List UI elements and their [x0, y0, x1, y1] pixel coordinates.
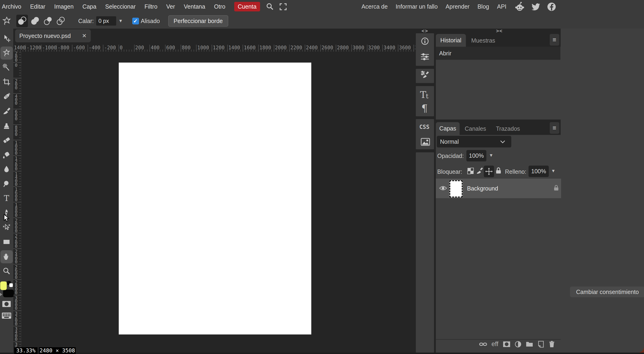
feather-dropdown-arrow[interactable]: ▼: [118, 18, 123, 23]
dodge-tool-icon[interactable]: [2, 180, 10, 188]
clone-stamp-tool-icon[interactable]: [2, 122, 10, 130]
new-group-folder-icon[interactable]: [526, 341, 533, 347]
keyboard-shortcuts-icon[interactable]: [2, 312, 12, 319]
selection-mode-subtract[interactable]: [42, 15, 54, 27]
document-canvas[interactable]: [119, 62, 311, 335]
layer-row[interactable]: Background: [436, 179, 561, 198]
default-colors-icon-white[interactable]: [9, 283, 13, 287]
color-swatches[interactable]: [0, 280, 13, 299]
fullscreen-icon[interactable]: [279, 3, 287, 11]
hand-tool-icon[interactable]: [2, 253, 10, 261]
lock-transparency-icon[interactable]: [467, 167, 474, 174]
info-panel-icon[interactable]: [421, 37, 429, 45]
rectangle-tool-icon[interactable]: [2, 238, 10, 246]
history-panel-menu-icon[interactable]: ≡: [550, 34, 559, 45]
menu-archivo[interactable]: Archivo: [2, 3, 21, 10]
tab-historial[interactable]: Historial: [436, 34, 466, 47]
character-panel-icon[interactable]: Tt: [420, 89, 428, 98]
reddit-icon[interactable]: [514, 1, 525, 12]
menu-ventana[interactable]: Ventana: [184, 3, 205, 10]
eraser-tool-icon[interactable]: [2, 136, 10, 144]
menu-capa[interactable]: Capa: [82, 3, 96, 10]
css-panel-icon[interactable]: CSS: [419, 123, 428, 132]
svg-text:¶: ¶: [422, 103, 428, 113]
collapse-strip-icon[interactable]: <>: [420, 28, 430, 34]
history-entry[interactable]: Abrir: [436, 47, 560, 60]
crop-tool-icon[interactable]: [2, 78, 10, 86]
link-layers-icon[interactable]: [479, 342, 487, 347]
quick-mask-icon[interactable]: [2, 300, 11, 309]
selection-mode-new[interactable]: [16, 15, 28, 27]
menu-imagen[interactable]: Imagen: [54, 3, 74, 10]
lasso-tool-icon[interactable]: [2, 49, 10, 57]
strip-block-5: [416, 152, 434, 353]
path-select-tool-icon[interactable]: [2, 224, 10, 231]
brush-settings-panel-icon[interactable]: [421, 70, 429, 79]
consent-button[interactable]: Cambiar consentimiento: [570, 287, 644, 297]
foreground-color-swatch[interactable]: [0, 282, 7, 290]
tab-trazados[interactable]: Trazados: [496, 125, 520, 132]
adjustments-panel-icon[interactable]: [421, 52, 429, 61]
opacity-dropdown-arrow[interactable]: ▼: [489, 153, 493, 158]
feather-input[interactable]: 0 px: [96, 16, 116, 25]
menu-seleccionar[interactable]: Seleccionar: [105, 3, 136, 10]
menu-acerca-de[interactable]: Acerca de: [362, 3, 388, 10]
paint-bucket-tool-icon[interactable]: [2, 151, 10, 159]
layer-thumbnail[interactable]: [449, 180, 463, 197]
search-icon[interactable]: [266, 2, 274, 11]
menu-filtro[interactable]: Filtro: [144, 3, 158, 10]
menu-blog[interactable]: Blog: [478, 3, 489, 10]
layers-panel-menu-icon[interactable]: ≡: [550, 122, 559, 134]
image-panel-icon[interactable]: [421, 138, 429, 146]
tool-options-bar: Calar: 0 px ▼ ✓ Alisado Perfeccionar bor…: [0, 13, 644, 29]
document-tab-title: Proyecto nuevo.psd: [19, 32, 71, 39]
layer-visibility-eye-icon[interactable]: [439, 185, 447, 191]
menu-otro[interactable]: Otro: [214, 3, 226, 10]
zoom-level[interactable]: 33.33%: [14, 347, 38, 354]
adjustment-layer-icon[interactable]: [515, 341, 521, 348]
delete-layer-trash-icon[interactable]: [548, 341, 555, 348]
background-color-swatch[interactable]: [3, 290, 14, 297]
brush-tool-icon[interactable]: [2, 107, 10, 115]
selection-mode-add[interactable]: [29, 15, 41, 27]
zoom-tool-icon[interactable]: [2, 267, 10, 275]
refine-edge-button[interactable]: Perfeccionar borde: [168, 15, 228, 26]
menu-api[interactable]: API: [497, 3, 506, 10]
tab-canales[interactable]: Canales: [465, 125, 486, 132]
menu-aprender[interactable]: Aprender: [446, 3, 470, 10]
type-tool-icon[interactable]: T: [2, 194, 10, 202]
menu-ver[interactable]: Ver: [166, 3, 175, 10]
horizontal-ruler: -1400-1200-1000-800-600-400-200020040060…: [13, 45, 415, 52]
opacity-value[interactable]: 100%: [466, 150, 486, 161]
layer-mask-icon[interactable]: [503, 341, 510, 347]
lock-position-button[interactable]: [484, 166, 494, 177]
fill-dropdown-arrow[interactable]: ▼: [551, 168, 556, 174]
facebook-icon[interactable]: [546, 2, 557, 12]
swap-colors-arrow-icon[interactable]: [0, 293, 2, 296]
menu-informar-un-fallo[interactable]: Informar un fallo: [396, 3, 438, 10]
account-button[interactable]: Cuenta: [234, 2, 260, 11]
feather-label: Calar:: [78, 18, 94, 24]
menu-editar[interactable]: Editar: [30, 3, 45, 10]
antialias-checkbox[interactable]: ✓: [132, 18, 139, 24]
move-tool-icon[interactable]: [2, 34, 10, 42]
magic-wand-tool-icon[interactable]: [2, 63, 10, 71]
paragraph-panel-icon[interactable]: ¶: [420, 103, 429, 111]
lock-pixels-icon[interactable]: [476, 167, 483, 174]
layers-panel: Normal Opacidad: 100% ▼ Bloquear: Rellen…: [436, 135, 561, 353]
healing-tool-icon[interactable]: [2, 93, 10, 100]
collapse-panels-icon[interactable]: ><: [492, 28, 506, 34]
blend-mode-select[interactable]: Normal: [437, 136, 511, 147]
fill-value[interactable]: 100%: [528, 166, 549, 177]
tab-capas[interactable]: Capas: [436, 122, 460, 135]
blur-tool-icon[interactable]: [2, 165, 10, 173]
close-tab-icon[interactable]: ✕: [82, 32, 86, 39]
layers-actions: eff: [479, 341, 555, 348]
layer-effects-icon[interactable]: eff: [492, 341, 498, 348]
document-tab[interactable]: Proyecto nuevo.psd ✕: [15, 29, 91, 42]
selection-mode-intersect[interactable]: [55, 15, 66, 27]
new-layer-icon[interactable]: [538, 341, 544, 348]
lock-all-icon[interactable]: [495, 167, 502, 174]
tab-muestras[interactable]: Muestras: [471, 37, 495, 44]
twitter-icon[interactable]: [530, 2, 541, 12]
